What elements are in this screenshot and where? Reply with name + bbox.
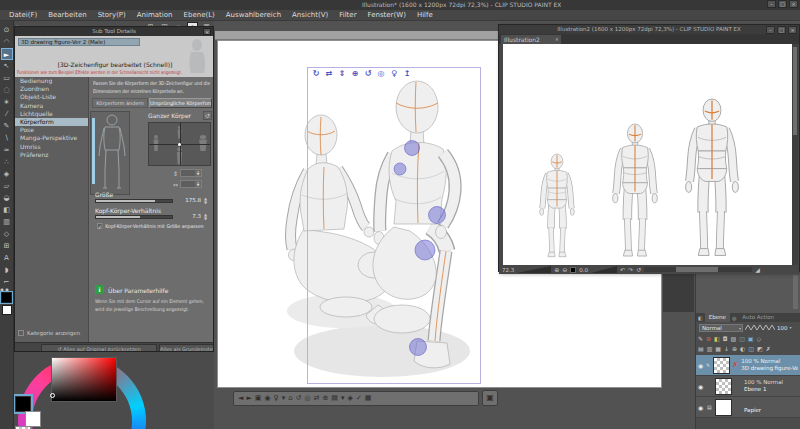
keep-icon[interactable]: ◇ — [757, 334, 762, 343]
layer-visibility-icon[interactable]: ◉ — [698, 404, 705, 411]
minimize-button[interactable]: – — [767, 0, 776, 8]
3d-material-icon[interactable]: ◈ — [348, 392, 353, 405]
rotate-left-icon[interactable]: ↶ — [620, 266, 625, 274]
camera-zoom-icon[interactable]: ⇕ — [337, 69, 347, 79]
3d-commit-button[interactable]: ▣ — [482, 390, 498, 406]
dialog-titlebar[interactable]: Sub Tool Details — [15, 27, 213, 36]
category-item[interactable]: Manga-Perspektive — [15, 134, 88, 142]
lock-alpha-icon[interactable]: ▨ — [730, 334, 736, 343]
ratio-slider[interactable] — [95, 215, 173, 219]
dialog-close-button[interactable]: × — [203, 28, 211, 35]
opacity-value[interactable]: 100 — [777, 325, 788, 331]
category-item[interactable]: Kamera — [15, 102, 88, 110]
layer-row[interactable]: ◉ ✎ ✗ 100 % Normal3D drawing figure-Ver … — [696, 355, 800, 376]
reset-all-button[interactable]: ↺ Alles auf Original zurücksetzen — [41, 344, 157, 352]
main-color-swatch[interactable] — [15, 396, 31, 412]
zoom-slider[interactable] — [517, 266, 551, 273]
category-item[interactable]: Bedienung — [15, 77, 88, 85]
category-item[interactable]: Lichtquelle — [15, 110, 88, 118]
menu-item[interactable]: Bearbeiten — [48, 11, 86, 19]
rotation-slider[interactable] — [591, 266, 617, 273]
tone-icon[interactable]: ◧ — [714, 334, 720, 343]
category-item[interactable]: Präferenz — [15, 151, 88, 159]
reset-view-icon[interactable]: ↺ — [636, 266, 641, 274]
menu-item[interactable]: Auswahlbereich — [226, 11, 281, 19]
maximize-button[interactable]: □ — [778, 0, 787, 8]
layer-visibility-icon[interactable]: ◉ — [698, 362, 704, 369]
original-body-shape-button[interactable]: Ursprüngliche Körperform — [149, 98, 212, 108]
3d-object-selection-box[interactable] — [307, 67, 481, 384]
draft-layer-icon[interactable]: ✎ — [698, 334, 703, 343]
3d-grid-icon[interactable]: ▦ — [365, 392, 372, 405]
decoration-tool-icon[interactable]: ◈ — [1, 168, 13, 180]
balloon-tool-icon[interactable]: ◗ — [1, 264, 13, 276]
menu-item[interactable]: Fenster(W) — [368, 11, 406, 19]
tab-close-icon[interactable]: × — [555, 35, 559, 44]
object-tool-icon[interactable]: ► — [1, 48, 13, 60]
menu-item[interactable]: Animation — [137, 11, 173, 19]
gradient-tool-icon[interactable]: ▥ — [1, 216, 13, 228]
3d-mirror-icon[interactable]: ⇄ — [314, 392, 320, 405]
show-category-checkbox[interactable]: Kategorie anzeigen — [18, 330, 80, 336]
spinner-field[interactable]: ▲▼ — [180, 180, 202, 188]
eyedropper-tool-icon[interactable]: ⁄ — [1, 108, 13, 120]
caret-down-icon[interactable]: ▾ — [790, 325, 792, 330]
sub-color-swatch[interactable] — [25, 411, 41, 427]
category-item[interactable]: Pose — [15, 126, 88, 134]
3d-dropdown-icon[interactable]: ▾ — [282, 392, 286, 405]
mini-panel-scrollbar[interactable] — [793, 275, 798, 309]
close-button[interactable]: × — [789, 0, 798, 8]
illustration2-canvas[interactable] — [503, 44, 792, 265]
camera-pan-icon[interactable]: ⇄ — [324, 69, 334, 79]
saturation-value-square[interactable] — [51, 357, 117, 402]
menu-item[interactable]: Story(P) — [98, 11, 126, 19]
3d-list-icon[interactable]: ▤ — [331, 392, 338, 405]
tab2-icon[interactable]: ◎ — [732, 315, 736, 321]
pad-cursor[interactable] — [178, 143, 181, 146]
menu-item[interactable]: Datei(F) — [9, 11, 37, 19]
opacity-slider[interactable] — [745, 324, 775, 331]
3d-prev-icon[interactable]: ◄ — [238, 392, 243, 405]
3d-ground-icon[interactable]: ⌂ — [288, 392, 292, 405]
window2-titlebar[interactable]: Illustration2 (1600 x 1200px 72dpi 72,3%… — [499, 25, 799, 34]
airbrush-tool-icon[interactable]: ∴ — [1, 156, 13, 168]
clip-to-layer-icon[interactable]: ◫ — [739, 334, 745, 343]
menu-item[interactable]: Ebene(L) — [184, 11, 215, 19]
layer-thumbnail[interactable] — [715, 399, 732, 416]
ruler-tool-icon[interactable]: ⌐ — [1, 276, 13, 288]
tab-ebene[interactable]: Ebene — [705, 313, 730, 322]
3d-figure-icon[interactable]: ♀ — [274, 392, 279, 405]
depth-spinner[interactable]: ⇔ ▲▼ — [173, 180, 202, 188]
layer-row[interactable]: ◉ ▤ Papier — [696, 397, 800, 418]
object-rotate-icon[interactable]: ↺ — [363, 69, 373, 79]
checkbox-icon[interactable]: ✓ — [97, 223, 103, 229]
size-value[interactable]: 175.8 — [177, 197, 201, 203]
spinner-field[interactable]: ▲▼ — [180, 169, 202, 177]
reset-whole-body-icon[interactable]: ↺ — [203, 111, 212, 120]
protect-icon[interactable]: ⊘ — [706, 334, 711, 343]
selected-subtool-chip[interactable]: 3D drawing figure-Ver 2 (Male) — [18, 38, 140, 46]
magic-wand-tool-icon[interactable]: ∗ — [1, 96, 13, 108]
new-vector-layer-icon[interactable]: ▥ — [707, 344, 713, 353]
zoom-tool-icon[interactable]: ⊙ — [1, 24, 13, 36]
3d-camera-preset-icon[interactable]: ◉ — [264, 392, 270, 405]
category-item[interactable]: Objekt-Liste — [15, 93, 88, 101]
3d-register-icon[interactable]: ▣ — [255, 392, 262, 405]
tab-auto-action[interactable]: Auto Action — [738, 313, 778, 322]
object-roll-icon[interactable]: ◎ — [376, 69, 386, 79]
menu-item[interactable]: Hilfe — [417, 11, 433, 19]
3d-joint-icon[interactable]: ◎ — [305, 392, 311, 405]
model-pose-icon[interactable]: ♀ — [389, 69, 399, 79]
lt-convert-icon[interactable]: ◩ — [757, 344, 763, 353]
3d-reset-rotate-icon[interactable]: ↺ — [296, 392, 302, 405]
zoom-in-icon[interactable]: ⊕ — [554, 266, 559, 274]
sub-color-swatch[interactable] — [2, 305, 12, 315]
register-defaults-button[interactable]: Alles als Grundeinstellungen registriere… — [159, 344, 214, 352]
frame-tool-icon[interactable]: ⊞ — [1, 240, 13, 252]
body-shape-diagram[interactable] — [90, 111, 130, 195]
pen-tool-icon[interactable]: ✎ — [1, 120, 13, 132]
text-tool-icon[interactable]: A — [1, 252, 13, 264]
ratio-value[interactable]: 7.3 — [177, 213, 201, 219]
marquee-tool-icon[interactable]: ▭ — [1, 72, 13, 84]
horizontal-scrollbar[interactable] — [644, 267, 752, 272]
